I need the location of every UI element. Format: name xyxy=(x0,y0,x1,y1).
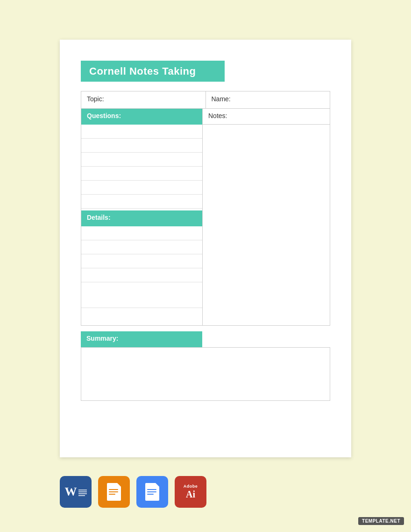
gdocs-icon[interactable] xyxy=(136,476,168,508)
summary-section: Summary: xyxy=(81,331,330,401)
page-title: Cornell Notes Taking xyxy=(89,65,196,77)
question-line-5 xyxy=(81,181,202,195)
bottom-icons: W xyxy=(60,476,206,508)
questions-lines xyxy=(81,125,202,209)
detail-line-2 xyxy=(81,240,202,254)
topic-cell: Topic: xyxy=(81,91,206,108)
info-row: Topic: Name: xyxy=(81,91,330,109)
pdf-icon[interactable]: Adobe Ai xyxy=(175,476,206,508)
detail-line-5 xyxy=(81,282,202,308)
question-line-2 xyxy=(81,139,202,153)
details-header: Details: xyxy=(81,210,202,226)
name-cell: Name: xyxy=(206,91,330,108)
question-line-3 xyxy=(81,153,202,167)
detail-line-4 xyxy=(81,268,202,282)
notes-writing-area[interactable] xyxy=(203,125,330,325)
notes-header: Notes: xyxy=(203,109,330,125)
left-panel: Questions: Details: xyxy=(81,109,203,325)
pages-icon[interactable] xyxy=(98,476,130,508)
topic-label: Topic: xyxy=(87,95,104,103)
name-label: Name: xyxy=(212,95,231,103)
summary-header: Summary: xyxy=(81,331,202,347)
template-badge: TEMPLATE.NET xyxy=(358,517,404,525)
questions-header: Questions: xyxy=(81,109,202,125)
question-line-6 xyxy=(81,195,202,209)
title-bar: Cornell Notes Taking xyxy=(81,61,225,82)
detail-line-3 xyxy=(81,254,202,268)
summary-writing-area[interactable] xyxy=(81,347,330,401)
document-container: Cornell Notes Taking Topic: Name: Questi… xyxy=(60,40,351,457)
main-content-area: Questions: Details: xyxy=(81,109,330,326)
question-line-4 xyxy=(81,167,202,181)
question-line-1 xyxy=(81,125,202,139)
right-panel: Notes: xyxy=(203,109,330,325)
details-lines xyxy=(81,226,202,308)
detail-line-1 xyxy=(81,226,202,240)
word-icon[interactable]: W xyxy=(60,476,92,508)
